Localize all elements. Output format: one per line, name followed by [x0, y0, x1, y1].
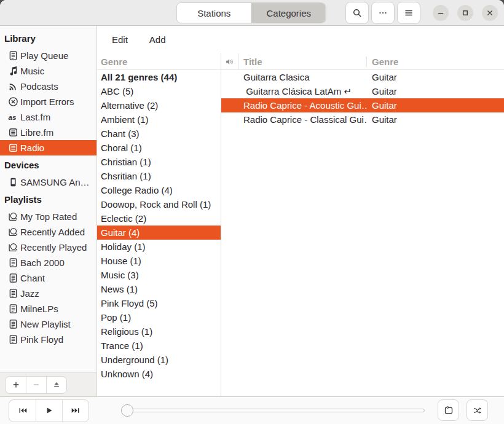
sidebar-item[interactable]: Music — [0, 63, 96, 79]
title-column-header[interactable]: Title — [238, 57, 367, 67]
sidebar-item[interactable]: New Playlist — [0, 316, 96, 332]
sidebar-item[interactable]: Radio — [0, 140, 96, 155]
tab-stations[interactable]: Stations — [177, 3, 251, 23]
genre-row[interactable]: Underground (1) — [97, 353, 221, 367]
previous-button[interactable] — [9, 400, 36, 422]
seek-track[interactable] — [127, 409, 425, 412]
genre-row[interactable]: Doowop, Rock and Roll (1) — [97, 197, 221, 211]
genre-row[interactable]: ABC (5) — [97, 84, 221, 98]
sidebar-item[interactable]: Libre.fm — [0, 125, 96, 140]
eject-button[interactable] — [46, 377, 66, 393]
genre-row[interactable]: Chsritian (1) — [97, 169, 221, 183]
station-toolbar: Edit Add — [97, 26, 504, 53]
sidebar-item[interactable]: My Top Rated — [0, 209, 96, 224]
genre-list: All 21 genres (44) ABC (5) Alternative (… — [97, 70, 221, 396]
edit-button[interactable]: Edit — [112, 34, 128, 45]
genre-row[interactable]: Holiday (1) — [97, 240, 221, 254]
shuffle-button[interactable] — [467, 399, 488, 421]
sidebar-section-devices: Devices SAMSUNG Andr… — [0, 159, 96, 190]
seek-slider[interactable] — [121, 397, 425, 424]
shuffle-icon — [473, 406, 482, 415]
playing-column-header[interactable] — [221, 53, 238, 69]
next-icon — [71, 406, 80, 415]
genre-row[interactable]: Christian (1) — [97, 155, 221, 169]
station-row[interactable]: Radio Caprice - Classical Gui… Guitar — [221, 112, 504, 127]
add-playlist-button[interactable] — [6, 377, 26, 393]
app-window: Stations Categories — [0, 0, 504, 424]
genre-row[interactable]: Guitar (4) — [97, 226, 221, 240]
genre-row[interactable]: Trance (1) — [97, 339, 221, 353]
station-title: Radio Caprice - Acoustic Gui… — [238, 100, 367, 111]
sidebar-item[interactable]: Recently Played — [0, 240, 96, 255]
search-button[interactable] — [345, 2, 369, 24]
add-icon — [12, 380, 20, 389]
station-title: Guitarra Clásica LatAm ↵ — [238, 86, 367, 97]
genre-row[interactable]: College Radio (4) — [97, 183, 221, 197]
genre-row[interactable]: Pop (1) — [97, 310, 221, 324]
genre-row[interactable]: Ambient (1) — [97, 112, 221, 127]
station-row[interactable]: Guitarra Clásica LatAm ↵ Guitar — [221, 84, 504, 98]
station-row[interactable]: Guitarra Clasica Guitar — [221, 70, 504, 84]
playlist-icon — [8, 334, 18, 345]
genre-row[interactable]: Religious (1) — [97, 324, 221, 339]
repeat-button[interactable] — [438, 399, 459, 421]
sidebar-section-library: Library Play Queue Music Podcasts — [0, 32, 96, 155]
phone-icon — [8, 177, 18, 187]
smart-playlist-icon — [8, 227, 18, 237]
minimize-button[interactable] — [433, 5, 449, 21]
previous-icon — [18, 406, 27, 415]
genre-column-header[interactable]: Genre — [97, 53, 221, 70]
player-bar — [0, 396, 504, 424]
genre-row[interactable]: Alternative (2) — [97, 98, 221, 112]
sidebar-item[interactable]: Pink Floyd — [0, 332, 96, 347]
genre-row[interactable]: Eclectic (2) — [97, 211, 221, 226]
sidebar-item[interactable]: Podcasts — [0, 79, 96, 94]
genre-column-header[interactable]: Genre — [367, 57, 504, 67]
sidebar-list: Library Play Queue Music Podcasts — [0, 26, 96, 372]
menu-button[interactable] — [397, 2, 420, 24]
sidebar-item[interactable]: SAMSUNG Andr… — [0, 175, 96, 190]
station-genre: Guitar — [367, 114, 504, 125]
sidebar-item[interactable]: Import Errors — [0, 94, 96, 109]
sidebar-item[interactable]: Jazz — [0, 286, 96, 301]
genre-row[interactable]: Chant (3) — [97, 127, 221, 141]
sidebar-devices-items: SAMSUNG Andr… — [0, 175, 96, 190]
sidebar-item[interactable]: Bach 2000 — [0, 255, 96, 270]
sidebar-item[interactable]: as Last.fm — [0, 109, 96, 125]
transport-controls — [9, 399, 89, 422]
genre-row[interactable]: News (1) — [97, 282, 221, 296]
sidebar-item[interactable]: Play Queue — [0, 48, 96, 63]
maximize-button[interactable] — [457, 5, 473, 21]
sidebar-header-playlists: Playlists — [0, 193, 96, 206]
add-button[interactable]: Add — [149, 34, 166, 45]
sidebar-item[interactable]: Recently Added — [0, 224, 96, 240]
svg-text:as: as — [9, 113, 17, 121]
next-button[interactable] — [62, 400, 89, 422]
genre-row[interactable]: Unknown (4) — [97, 367, 221, 381]
seek-handle[interactable] — [121, 404, 133, 417]
play-button[interactable] — [36, 400, 62, 422]
sidebar-header-devices: Devices — [0, 159, 96, 172]
station-title: Guitarra Clasica — [238, 72, 367, 82]
genre-row[interactable]: All 21 genres (44) — [97, 70, 221, 84]
sidebar-item[interactable]: Chant — [0, 270, 96, 286]
station-title: Radio Caprice - Classical Gui… — [238, 114, 367, 125]
close-button[interactable] — [482, 5, 498, 21]
station-row[interactable]: Radio Caprice - Acoustic Gui… Guitar — [221, 98, 504, 112]
playlist-icon — [8, 273, 18, 283]
radio-icon — [8, 127, 18, 138]
remove-playlist-button[interactable] — [26, 377, 46, 393]
genre-row[interactable]: House (1) — [97, 254, 221, 268]
tab-categories[interactable]: Categories — [251, 3, 326, 23]
podcast-icon — [8, 81, 18, 92]
music-icon — [8, 66, 18, 76]
main-area: Library Play Queue Music Podcasts — [0, 26, 504, 396]
maximize-icon — [460, 8, 470, 18]
genre-row[interactable]: Music (3) — [97, 268, 221, 282]
sidebar-item[interactable]: MilneLPs — [0, 301, 96, 316]
genre-row[interactable]: Pink Floyd (5) — [97, 296, 221, 310]
lastfm-icon: as — [8, 112, 18, 122]
genre-row[interactable]: Choral (1) — [97, 141, 221, 155]
sidebar-section-playlists: Playlists My Top Rated Recently Added — [0, 193, 96, 347]
more-button[interactable] — [371, 2, 395, 24]
